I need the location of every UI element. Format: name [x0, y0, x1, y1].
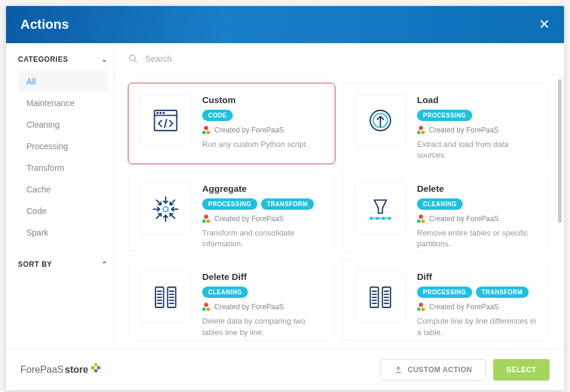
forepaas-icon — [202, 215, 211, 223]
svg-line-18 — [157, 213, 161, 218]
brand-logo: ForePaaS store — [20, 364, 100, 375]
category-item[interactable]: Processing — [18, 135, 107, 157]
page-title: Actions — [20, 17, 69, 32]
action-card[interactable]: DiffPROCESSINGTRANSFORMCreated by ForePa… — [343, 260, 550, 340]
svg-line-16 — [157, 200, 161, 204]
category-item[interactable]: Maintenance — [18, 92, 107, 114]
main-panel: CustomCODECreated by ForePaaSRun any cus… — [114, 43, 564, 349]
card-body: CustomCODECreated by ForePaaSRun any cus… — [202, 95, 323, 152]
card-description: Remove entire tables or specific partiti… — [417, 228, 538, 249]
modal-body: CATEGORIES ⌄ AllMaintenanceCleaningProce… — [6, 43, 564, 349]
card-title: Aggregate — [202, 183, 323, 194]
categories-header[interactable]: CATEGORIES ⌄ — [18, 55, 107, 64]
card-body: DiffPROCESSINGTRANSFORMCreated by ForePa… — [417, 272, 538, 329]
card-title: Delete Diff — [202, 272, 323, 282]
action-card[interactable]: CustomCODECreated by ForePaaSRun any cus… — [128, 83, 335, 164]
delete-funnel-icon — [355, 183, 406, 235]
search-bar — [114, 43, 564, 75]
category-item[interactable]: All — [18, 71, 107, 92]
tag: PROCESSING — [417, 110, 472, 121]
actions-modal: Actions ✕ CATEGORIES ⌄ AllMaintenanceCle… — [6, 6, 564, 390]
tag: TRANSFORM — [261, 198, 314, 210]
creator-text: Created by ForePaaS — [214, 215, 284, 223]
creator-text: Created by ForePaaS — [429, 303, 499, 311]
forepaas-icon — [417, 126, 425, 134]
footer-actions: CUSTOM ACTION SELECT — [380, 359, 550, 381]
sortby-label: SORT BY — [18, 260, 52, 269]
card-body: DeleteCLEANINGCreated by ForePaaSRemove … — [417, 183, 538, 241]
svg-line-17 — [170, 200, 175, 204]
tag: CLEANING — [417, 198, 463, 210]
creator-text: Created by ForePaaS — [429, 215, 499, 223]
creator: Created by ForePaaS — [202, 126, 323, 134]
chevron-up-icon: ⌃ — [101, 260, 108, 269]
modal-header: Actions ✕ — [6, 6, 564, 43]
scrollbar-thumb[interactable] — [558, 79, 562, 223]
card-title: Custom — [202, 95, 323, 105]
chevron-down-icon: ⌄ — [101, 55, 108, 64]
modal-footer: ForePaaS store CUSTOM ACTION SELECT — [6, 349, 564, 390]
creator: Created by ForePaaS — [202, 215, 323, 223]
tag: TRANSFORM — [476, 287, 529, 298]
tag: CODE — [202, 110, 233, 121]
forepaas-icon — [417, 215, 425, 223]
sidebar: CATEGORIES ⌄ AllMaintenanceCleaningProce… — [6, 43, 114, 349]
creator-text: Created by ForePaaS — [214, 126, 284, 134]
svg-point-6 — [163, 113, 164, 114]
card-title: Load — [417, 95, 538, 105]
custom-action-button[interactable]: CUSTOM ACTION — [380, 359, 485, 381]
category-item[interactable]: Code — [18, 200, 107, 222]
tags: PROCESSING — [417, 110, 538, 121]
two-tables-icon — [355, 272, 406, 323]
creator: Created by ForePaaS — [417, 303, 538, 311]
category-item[interactable]: Spark — [18, 222, 107, 243]
action-card[interactable]: LoadPROCESSINGCreated by ForePaaSExtract… — [343, 83, 550, 164]
creator: Created by ForePaaS — [417, 215, 538, 223]
two-tables-icon — [140, 272, 191, 323]
svg-line-19 — [170, 213, 175, 218]
categories-label: CATEGORIES — [18, 55, 68, 64]
card-body: AggregatePROCESSINGTRANSFORMCreated by F… — [202, 183, 323, 241]
cards-grid: CustomCODECreated by ForePaaSRun any cus… — [114, 75, 564, 349]
card-description: Run any custom Python script. — [202, 139, 323, 150]
select-button[interactable]: SELECT — [493, 359, 550, 381]
search-input[interactable] — [145, 54, 550, 64]
forepaas-icon — [417, 303, 425, 311]
tags: PROCESSINGTRANSFORM — [202, 198, 323, 210]
creator-text: Created by ForePaaS — [214, 303, 284, 311]
custom-action-label: CUSTOM ACTION — [407, 366, 472, 374]
tags: CODE — [202, 110, 323, 121]
card-title: Diff — [417, 272, 538, 282]
scrollbar[interactable] — [558, 79, 562, 295]
load-circle-icon — [355, 95, 406, 146]
forepaas-icon — [202, 126, 211, 134]
tags: CLEANING — [202, 287, 323, 298]
tag: PROCESSING — [417, 287, 472, 298]
card-description: Transform and consolidate information. — [202, 228, 323, 249]
action-card[interactable]: DeleteCLEANINGCreated by ForePaaSRemove … — [343, 172, 550, 252]
brand-fore: ForePaaS — [20, 364, 64, 375]
close-icon[interactable]: ✕ — [539, 17, 550, 32]
card-description: Compute line by line differences in a ta… — [417, 316, 538, 337]
tags: PROCESSINGTRANSFORM — [417, 287, 538, 298]
tag: CLEANING — [202, 287, 248, 298]
action-card[interactable]: AggregatePROCESSINGTRANSFORMCreated by F… — [128, 172, 335, 252]
creator-text: Created by ForePaaS — [429, 126, 499, 134]
creator: Created by ForePaaS — [202, 303, 323, 311]
category-list: AllMaintenanceCleaningProcessingTransfor… — [18, 71, 107, 243]
category-item[interactable]: Transform — [18, 157, 107, 179]
brand-store: store — [65, 364, 88, 375]
tag: PROCESSING — [202, 198, 257, 210]
search-icon — [128, 54, 138, 64]
brand-plus-icon — [91, 363, 100, 372]
svg-line-1 — [134, 60, 137, 62]
category-item[interactable]: Cache — [18, 179, 107, 200]
action-card[interactable]: Delete DiffCLEANINGCreated by ForePaaSDe… — [128, 260, 335, 340]
category-item[interactable]: Cleaning — [18, 114, 107, 135]
svg-point-0 — [130, 55, 135, 61]
forepaas-icon — [202, 303, 211, 311]
sortby-header[interactable]: SORT BY ⌃ — [18, 260, 107, 269]
tags: CLEANING — [417, 198, 538, 210]
svg-point-4 — [157, 113, 158, 114]
select-label: SELECT — [506, 366, 536, 374]
